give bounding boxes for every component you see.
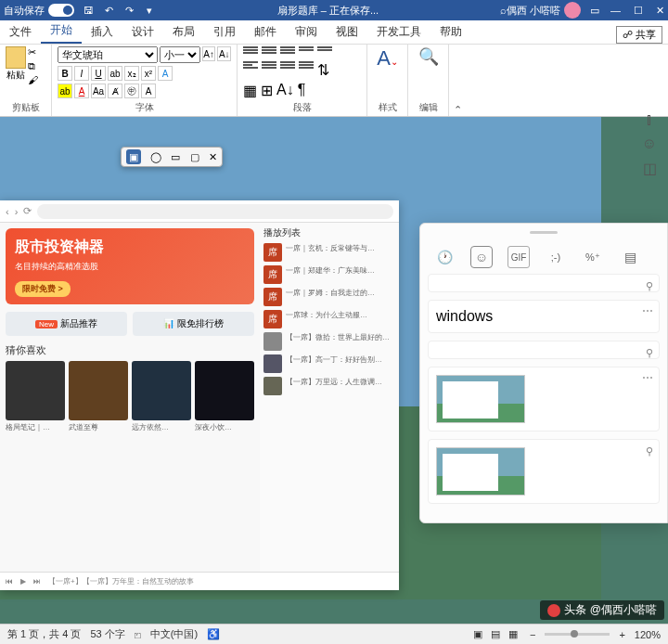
autosave-toggle[interactable]: 自动保存 (4, 4, 74, 18)
promo-banner[interactable]: 股市投资神器 名目持续的高精准选股 限时免费 > (6, 228, 254, 304)
list-item[interactable]: 【一席】微拾：世界上最好的… (263, 332, 395, 351)
kaomoji-tab-icon[interactable]: ;-) (545, 246, 567, 268)
tab-design[interactable]: 设计 (122, 20, 163, 44)
redo-icon[interactable]: ↷ (122, 4, 135, 17)
font-color-icon[interactable]: A (74, 84, 89, 98)
tab-references[interactable]: 引用 (204, 20, 245, 44)
line-spacing-icon[interactable]: ⇅ (317, 61, 329, 79)
chart-icon[interactable]: ⫿ (646, 111, 653, 128)
tab-file[interactable]: 文件 (0, 20, 41, 44)
page-indicator[interactable]: 第 1 页，共 4 页 (7, 627, 81, 641)
forward-icon[interactable]: › (15, 206, 19, 217)
numbering-icon[interactable] (262, 46, 276, 59)
clipboard-item[interactable]: ⚲ (428, 341, 660, 359)
tab-help[interactable]: 帮助 (430, 20, 471, 44)
pin-icon[interactable]: ⚲ (646, 280, 653, 292)
clipboard-item[interactable]: ⚲ (428, 274, 660, 292)
snip-full-icon[interactable]: ▭ (171, 151, 180, 163)
card-item[interactable]: 武道至尊 (69, 361, 128, 432)
snip-close-icon[interactable]: ✕ (209, 151, 217, 163)
tab-review[interactable]: 审阅 (286, 20, 327, 44)
prev-track-icon[interactable]: ⏮ (6, 577, 13, 586)
multilevel-icon[interactable] (280, 46, 295, 59)
tab-layout[interactable]: 布局 (163, 20, 204, 44)
language-indicator[interactable]: 中文(中国) (150, 627, 198, 641)
save-icon[interactable]: 🖫 (82, 4, 95, 17)
card-item[interactable]: 远方依然… (132, 361, 191, 432)
address-field[interactable] (37, 204, 393, 219)
pin-icon[interactable]: ⚲ (646, 347, 653, 359)
back-icon[interactable]: ‹ (6, 206, 9, 217)
collapse-ribbon-icon[interactable]: ⌃ (449, 45, 466, 116)
sort-icon[interactable]: A↓ (276, 82, 294, 99)
ribbon-display-icon[interactable]: ▭ (590, 5, 599, 17)
decrease-indent-icon[interactable] (299, 46, 314, 59)
change-case-icon[interactable]: Aa (91, 84, 106, 98)
list-item[interactable]: 席一席球：为什么主动服… (263, 310, 395, 328)
reload-icon[interactable]: ⟳ (23, 205, 32, 217)
symbols-tab-icon[interactable]: %⁺ (582, 246, 604, 268)
paste-button[interactable]: 粘贴 (6, 46, 26, 85)
banner-cta-button[interactable]: 限时免费 > (15, 281, 71, 297)
zoom-in-icon[interactable]: + (619, 629, 624, 640)
card-item[interactable]: 格局笔记｜… (6, 361, 65, 432)
strikethrough-button[interactable]: ab (108, 66, 122, 81)
gif-tab-icon[interactable]: GIF (507, 246, 530, 268)
clipboard-tab-icon[interactable]: 🕐 (433, 246, 456, 268)
list-item[interactable]: 席一席｜罗姆：自我走过的… (263, 288, 395, 306)
grow-font-icon[interactable]: A↑ (202, 46, 216, 61)
zoom-slider[interactable] (545, 633, 610, 636)
web-view-icon[interactable]: ▦ (508, 628, 518, 639)
list-item[interactable]: 【一席】万里远：人生微调… (263, 377, 395, 395)
tab-view[interactable]: 视图 (327, 20, 367, 44)
tab-insert[interactable]: 插入 (82, 20, 122, 44)
snip-window-icon[interactable]: ◯ (150, 151, 161, 163)
person-icon[interactable]: ☺ (642, 135, 657, 152)
snip-toolbar[interactable]: ▣ ◯ ▭ ▢ ✕ (121, 147, 223, 167)
emoji-tab-icon[interactable]: ☺ (470, 246, 493, 268)
pill-rank[interactable]: 📊 限免排行榜 (133, 312, 254, 336)
pin-icon[interactable]: ⚲ (646, 445, 653, 457)
format-painter-icon[interactable]: 🖌 (28, 74, 38, 85)
card-item[interactable]: 深夜小饮… (195, 361, 254, 432)
more-icon[interactable]: ⋯ (642, 304, 653, 317)
search-icon[interactable]: ⌕ (500, 5, 507, 16)
zoom-out-icon[interactable]: − (530, 629, 535, 640)
text-effects-icon[interactable]: A (158, 66, 173, 81)
highlight-icon[interactable]: ab (58, 84, 72, 98)
align-right-icon[interactable] (280, 61, 295, 74)
styles-button[interactable]: A⌄ (373, 46, 402, 71)
italic-button[interactable]: I (74, 66, 89, 81)
play-icon[interactable]: ▶ (20, 577, 26, 586)
font-size-select[interactable]: 小一 (160, 46, 200, 63)
align-left-icon[interactable] (243, 61, 258, 74)
history-tab-icon[interactable]: ▤ (619, 246, 641, 268)
font-family-select[interactable]: 华文琥珀 (58, 46, 158, 63)
show-marks-icon[interactable]: ¶ (298, 82, 306, 99)
pill-new[interactable]: New新品推荐 (6, 312, 127, 336)
shrink-font-icon[interactable]: A↓ (217, 46, 231, 61)
list-item[interactable]: 【一席】高一丁：好好告别… (263, 354, 395, 373)
bookmark-icon[interactable]: ◫ (643, 160, 657, 177)
bullets-icon[interactable] (243, 46, 258, 59)
audio-player[interactable]: ⏮ ▶ ⏭ 【一席+】【一席】万年里：自然互动的故事 (0, 572, 399, 590)
list-item[interactable]: 席一席｜郑建华：广东美味… (263, 265, 395, 284)
close-icon[interactable]: ✕ (656, 5, 664, 17)
zoom-level[interactable]: 120% (635, 629, 661, 640)
clipboard-item[interactable]: windows ⋯ (428, 300, 660, 333)
increase-indent-icon[interactable] (317, 46, 332, 59)
qat-dropdown-icon[interactable]: ▾ (143, 4, 156, 17)
list-item[interactable]: 席一席｜玄机：反常键等与… (263, 243, 395, 262)
borders-icon[interactable]: ⊞ (261, 82, 273, 99)
clear-format-icon[interactable]: A̸ (108, 84, 122, 98)
char-border-icon[interactable]: A (141, 84, 156, 98)
bold-button[interactable]: B (58, 66, 72, 81)
underline-button[interactable]: U (91, 66, 106, 81)
justify-icon[interactable] (299, 61, 314, 74)
maximize-icon[interactable]: ☐ (634, 5, 643, 17)
align-center-icon[interactable] (262, 61, 276, 74)
browser-urlbar[interactable]: ‹ › ⟳ (0, 200, 399, 223)
share-button[interactable]: ☍ 共享 (616, 26, 662, 44)
spellcheck-icon[interactable]: ⏍ (135, 629, 141, 640)
copy-icon[interactable]: ⧉ (28, 60, 38, 72)
